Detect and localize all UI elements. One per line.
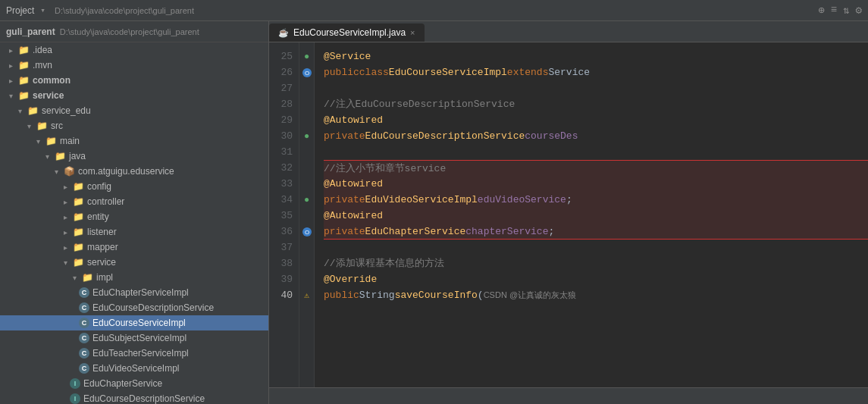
code-line-28: //注入EduCourseDescriptionService xyxy=(324,96,868,112)
code-line-29: @Autowired xyxy=(324,112,868,128)
java-class-icon-1: C xyxy=(79,287,89,298)
arrow-java xyxy=(42,152,52,161)
gutter-34[interactable]: ● xyxy=(299,192,314,208)
add-icon[interactable]: ⊕ xyxy=(818,4,824,17)
var-34: eduVideoService xyxy=(478,192,566,208)
extends-type-26: Service xyxy=(548,64,590,80)
sidebar-item-main[interactable]: 📁 main xyxy=(0,133,268,149)
arrow-idea xyxy=(6,46,15,55)
semi-36: ; xyxy=(548,224,554,240)
tab-edu-course-service-impl[interactable]: ☕ EduCourseServiceImpl.java × xyxy=(269,23,425,42)
gutter-40[interactable]: ⚠ xyxy=(299,287,314,303)
arrow-src xyxy=(24,122,33,130)
toolbar-icons: ⊕ ≡ ⇅ ⚙ xyxy=(818,4,862,17)
gutter-30[interactable]: ● xyxy=(299,128,314,144)
arrow-service xyxy=(6,92,15,100)
arrow-impl xyxy=(70,274,79,282)
sidebar-item-listener[interactable]: 📁 listener xyxy=(0,224,268,240)
sidebar-item-edu-course-service-impl[interactable]: C EduCourseServiceImpl xyxy=(0,315,268,330)
code-line-26: public class EduCourseServiceImpl extend… xyxy=(324,64,868,80)
sidebar-item-label-config: config xyxy=(87,181,111,192)
classname-26: EduCourseServiceImpl xyxy=(389,64,507,80)
folder-icon-service-edu: 📁 xyxy=(27,105,39,116)
sidebar-item-service-edu[interactable]: 📁 service_edu xyxy=(0,103,268,118)
sidebar-item-edu-teacher-service-impl[interactable]: C EduTeacherServiceImpl xyxy=(0,346,268,361)
list-icon[interactable]: ≡ xyxy=(831,4,837,17)
comment-28: //注入EduCourseDescriptionService xyxy=(324,96,515,112)
annotation-override-39: @Override xyxy=(324,271,377,287)
sidebar-item-label-src: src xyxy=(51,121,63,131)
sidebar-item-edu-course-desc-service2[interactable]: I EduCourseDescriptionService xyxy=(0,391,268,404)
gutter-25[interactable]: ● xyxy=(299,49,314,64)
gutter-39 xyxy=(299,271,314,287)
line-num-39: 39 xyxy=(275,271,293,287)
arrow-mvn xyxy=(6,61,15,70)
project-path-sidebar: D:\study\java\code\project\guli_parent xyxy=(60,27,199,36)
sidebar-header: guli_parent D:\study\java\code\project\g… xyxy=(0,21,268,42)
kw-public-26: public xyxy=(324,64,359,80)
csdn-watermark: CSDN @让真诚的灰太狼 xyxy=(484,287,576,303)
arrow-service-edu xyxy=(15,107,24,115)
code-line-35: @Autowired xyxy=(324,208,868,224)
sidebar-item-package[interactable]: 📦 com.atguigu.eduservice xyxy=(0,164,268,179)
sidebar-item-edu-chapter-service-impl[interactable]: C EduChapterServiceImpl xyxy=(0,285,268,300)
gutter-26[interactable]: O xyxy=(299,64,314,80)
sidebar-label-edu-course-service-impl: EduCourseServiceImpl xyxy=(92,318,186,328)
code-content-area: 25 26 27 28 29 30 31 32 33 34 35 36 37 3… xyxy=(269,42,868,387)
line-num-40: 40 xyxy=(275,287,293,303)
settings-icon[interactable]: ⚙ xyxy=(856,4,862,17)
arrow-controller xyxy=(61,198,70,206)
project-path: D:\study\java\code\project\guli_parent xyxy=(55,6,194,15)
sidebar-item-java[interactable]: 📁 java xyxy=(0,149,268,164)
sidebar-item-impl[interactable]: 📁 impl xyxy=(0,270,268,285)
gutter-36[interactable]: O xyxy=(299,224,314,240)
java-interface-icon-2: I xyxy=(70,393,80,404)
sidebar-item-label-listener: listener xyxy=(87,227,117,237)
java-class-icon-3: C xyxy=(79,318,89,328)
sidebar-item-label-service-edu: service_edu xyxy=(42,105,91,116)
code-gutter: ● O ● xyxy=(299,42,315,387)
status-bar xyxy=(269,387,868,404)
java-class-icon-5: C xyxy=(79,348,89,359)
sidebar-item-idea[interactable]: 📁 .idea xyxy=(0,42,268,58)
folder-icon-impl: 📁 xyxy=(82,272,93,283)
sidebar-item-mapper[interactable]: 📁 mapper xyxy=(0,240,268,255)
svg-text:O: O xyxy=(304,229,309,236)
project-sidebar[interactable]: guli_parent D:\study\java\code\project\g… xyxy=(0,21,269,404)
sidebar-item-edu-video-service-impl[interactable]: C EduVideoServiceImpl xyxy=(0,361,268,376)
arrow-main xyxy=(33,137,42,146)
project-root-label: guli_parent xyxy=(6,27,55,37)
code-lines[interactable]: @Service public class EduCourseServiceIm… xyxy=(315,42,868,387)
sidebar-item-controller[interactable]: 📁 controller xyxy=(0,194,268,209)
folder-icon-service-pkg: 📁 xyxy=(73,257,84,268)
sort-icon[interactable]: ⇅ xyxy=(843,4,849,17)
sidebar-item-edu-course-desc-service[interactable]: C EduCourseDescriptionService xyxy=(0,300,268,315)
gutter-33 xyxy=(299,176,314,192)
line-num-33: 33 xyxy=(275,176,293,192)
annotation-autowired-33: @Autowired xyxy=(324,176,383,192)
sidebar-item-edu-subject-service-impl[interactable]: C EduSubjectServiceImpl xyxy=(0,330,268,346)
sidebar-item-config[interactable]: 📁 config xyxy=(0,179,268,194)
arrow-common xyxy=(6,77,15,85)
sidebar-item-service[interactable]: 📁 service xyxy=(0,88,268,103)
sidebar-item-label-common: common xyxy=(33,75,71,86)
method-40: saveCourseInfo xyxy=(395,287,478,303)
sidebar-item-entity[interactable]: 📁 entity xyxy=(0,209,268,224)
sidebar-item-src[interactable]: 📁 src xyxy=(0,118,268,133)
line-num-31: 31 xyxy=(275,144,293,160)
annotation-service: @Service xyxy=(324,49,371,64)
line-numbers: 25 26 27 28 29 30 31 32 33 34 35 36 37 3… xyxy=(269,42,299,387)
project-dropdown-icon[interactable]: ▾ xyxy=(40,5,45,15)
main-layout: guli_parent D:\study\java\code\project\g… xyxy=(0,21,868,404)
tab-close-button[interactable]: × xyxy=(410,28,415,37)
folder-icon-controller: 📁 xyxy=(73,196,84,207)
gutter-35 xyxy=(299,208,314,224)
sidebar-item-mvn[interactable]: 📁 .mvn xyxy=(0,58,268,73)
parens-40: ( xyxy=(478,287,484,303)
comment-32: //注入小节和章节service xyxy=(324,161,446,177)
kw-class-26: class xyxy=(359,64,389,80)
sidebar-item-common[interactable]: 📁 common xyxy=(0,73,268,88)
sidebar-item-service-pkg[interactable]: 📁 service xyxy=(0,255,268,270)
sidebar-item-edu-chapter-service[interactable]: I EduChapterService xyxy=(0,376,268,391)
override-icon-26: O xyxy=(302,67,312,78)
